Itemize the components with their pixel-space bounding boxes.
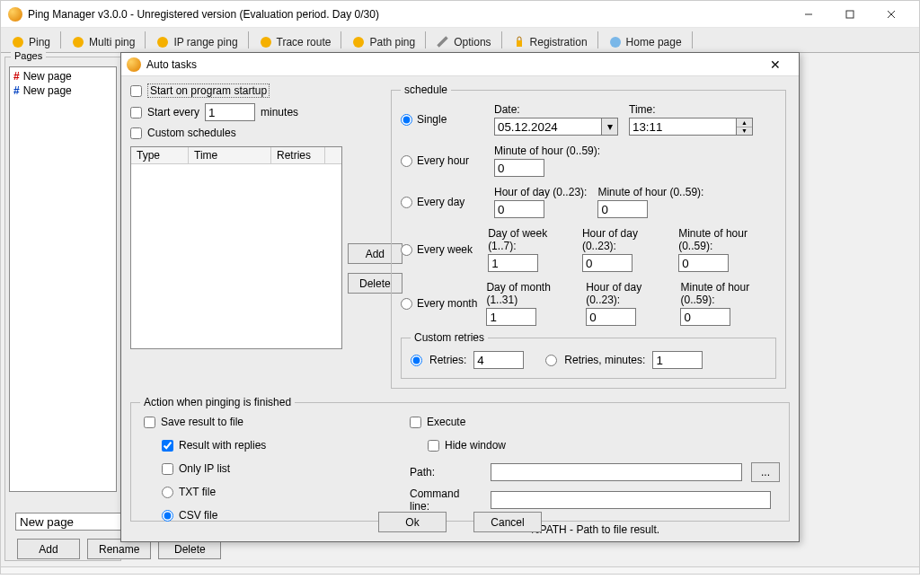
maximize-button[interactable] xyxy=(829,2,871,27)
day-hour-input[interactable] xyxy=(494,200,544,218)
tab-registration-label: Registration xyxy=(530,36,588,48)
hour-of-day-label: Hour of day (0..23): xyxy=(582,227,668,252)
every-day-label: Every day xyxy=(417,196,464,208)
start-every-input[interactable] xyxy=(205,103,255,121)
tab-options[interactable]: Options xyxy=(428,31,499,52)
only-ip-label: Only IP list xyxy=(179,462,230,475)
page-item[interactable]: #New page xyxy=(12,83,114,98)
ok-button[interactable]: Ok xyxy=(378,512,447,532)
txt-file-radio[interactable] xyxy=(162,487,173,498)
single-label: Single xyxy=(417,113,447,126)
page-item-label: New page xyxy=(23,84,72,97)
tab-ip-range-ping[interactable]: IP range ping xyxy=(147,31,245,52)
hour-of-day-label: Hour of day (0..23): xyxy=(494,186,587,198)
hour-of-day-label: Hour of day (0..23): xyxy=(586,281,669,306)
dialog-title: Auto tasks xyxy=(146,58,757,71)
date-input[interactable] xyxy=(494,118,602,136)
tab-ip-range-ping-label: IP range ping xyxy=(173,36,237,48)
col-retries: Retries xyxy=(271,147,325,163)
svg-point-4 xyxy=(13,37,23,48)
path-label: Path: xyxy=(410,466,482,478)
start-on-startup-checkbox[interactable] xyxy=(130,85,142,97)
hide-window-label: Hide window xyxy=(445,439,506,452)
month-hour-input[interactable] xyxy=(586,308,636,326)
retries-radio[interactable] xyxy=(411,355,422,366)
action-fieldset: Action when pinging is finished Save res… xyxy=(130,396,790,522)
minimize-button[interactable] xyxy=(788,2,829,27)
month-minute-input[interactable] xyxy=(680,308,730,326)
pages-label: Pages xyxy=(11,50,46,61)
close-button[interactable] xyxy=(871,2,912,27)
save-result-checkbox[interactable] xyxy=(144,417,155,428)
hash-icon: # xyxy=(13,84,20,97)
svg-point-8 xyxy=(353,37,364,48)
execute-checkbox[interactable] xyxy=(410,417,421,428)
week-minute-input[interactable] xyxy=(678,254,729,272)
dialog-close-button[interactable]: ✕ xyxy=(757,57,793,72)
delete-label: Delete xyxy=(174,543,206,556)
browse-button[interactable]: ... xyxy=(751,462,780,482)
day-of-week-label: Day of week (1..7): xyxy=(488,227,571,252)
tab-trace-route-label: Trace route xyxy=(277,36,332,48)
tab-trace-route[interactable]: Trace route xyxy=(251,31,340,52)
path-input[interactable] xyxy=(491,463,742,481)
result-replies-checkbox[interactable] xyxy=(162,440,173,452)
day-minute-input[interactable] xyxy=(597,200,648,218)
main-titlebar: Ping Manager v3.0.0 - Unregistered versi… xyxy=(1,1,919,28)
date-label: Date: xyxy=(494,103,618,116)
only-ip-checkbox[interactable] xyxy=(162,463,173,475)
tab-path-ping[interactable]: Path ping xyxy=(343,31,423,52)
week-day-input[interactable] xyxy=(488,254,538,272)
schedule-fieldset: schedule Single Date: ▾ Time: xyxy=(391,83,786,389)
every-hour-label: Every hour xyxy=(417,154,469,167)
retries-input[interactable] xyxy=(473,351,524,369)
week-hour-input[interactable] xyxy=(582,254,632,272)
retries-minutes-radio[interactable] xyxy=(545,355,557,366)
schedule-legend: schedule xyxy=(401,83,451,96)
txt-file-label: TXT file xyxy=(179,486,216,498)
svg-point-7 xyxy=(261,37,271,48)
start-every-checkbox[interactable] xyxy=(130,107,142,118)
tab-multi-ping[interactable]: Multi ping xyxy=(63,31,143,52)
execute-label: Execute xyxy=(427,416,465,428)
command-line-input[interactable] xyxy=(491,491,771,509)
time-input[interactable] xyxy=(629,118,737,136)
pages-list[interactable]: #New page #New page xyxy=(9,66,117,492)
day-of-month-label: Day of month (1..31) xyxy=(486,281,575,306)
time-spinner[interactable]: ▲▼ xyxy=(737,118,753,136)
every-month-radio[interactable] xyxy=(401,298,412,310)
hide-window-checkbox[interactable] xyxy=(428,440,439,452)
start-on-startup-label: Start on program startup xyxy=(147,83,270,98)
retries-label: Retries: xyxy=(429,354,466,366)
schedules-table[interactable]: Type Time Retries xyxy=(130,146,342,349)
tab-ping[interactable]: Ping xyxy=(3,31,58,52)
svg-point-5 xyxy=(73,37,84,48)
add-page-button[interactable]: Add xyxy=(17,539,80,559)
tab-multi-ping-label: Multi ping xyxy=(89,36,135,48)
every-hour-radio[interactable] xyxy=(401,155,412,167)
rename-label: Rename xyxy=(99,543,139,556)
dialog-titlebar: Auto tasks ✕ xyxy=(121,53,799,76)
every-week-radio[interactable] xyxy=(401,244,412,256)
add-label: Add xyxy=(39,543,58,556)
minute-of-hour-input[interactable] xyxy=(494,159,544,177)
retries-minutes-input[interactable] xyxy=(652,351,703,369)
date-dropdown-button[interactable]: ▾ xyxy=(602,118,618,136)
tab-home-page[interactable]: Home page xyxy=(600,31,690,52)
month-day-input[interactable] xyxy=(486,308,536,326)
custom-retries-fieldset: Custom retries Retries: Retries, minutes… xyxy=(401,331,776,379)
custom-schedules-checkbox[interactable] xyxy=(130,127,142,139)
ok-label: Ok xyxy=(405,516,419,529)
page-item[interactable]: #New page xyxy=(12,69,114,83)
tab-options-label: Options xyxy=(454,36,491,48)
every-month-label: Every month xyxy=(417,297,477,310)
tab-registration[interactable]: Registration xyxy=(504,31,596,52)
page-item-label: New page xyxy=(23,70,72,83)
minute-of-hour-label: Minute of hour (0..59): xyxy=(678,227,776,252)
cancel-button[interactable]: Cancel xyxy=(473,512,542,532)
single-radio[interactable] xyxy=(401,114,412,126)
tab-path-ping-label: Path ping xyxy=(369,36,415,48)
result-replies-label: Result with replies xyxy=(179,439,266,452)
every-day-radio[interactable] xyxy=(401,197,412,208)
svg-rect-9 xyxy=(517,40,522,47)
